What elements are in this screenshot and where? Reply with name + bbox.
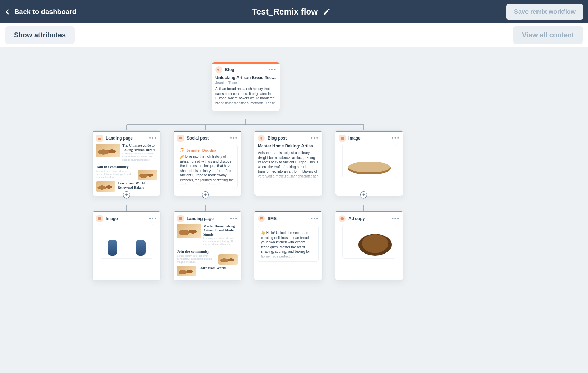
card-body bbox=[335, 144, 403, 186]
sms-text: 👋 Hello! Unlock the secrets to creating … bbox=[261, 231, 316, 259]
lp-footer-headline: Learn from World bbox=[198, 266, 238, 276]
image-icon bbox=[96, 215, 103, 222]
card-more-menu[interactable]: ••• bbox=[311, 217, 319, 220]
card-header: Ad copy ••• bbox=[335, 212, 403, 224]
app-header: Back to dashboard Test_Remix flow Save r… bbox=[0, 0, 588, 23]
node-card[interactable]: Landing page ••• The Ultimate guide to B… bbox=[92, 130, 161, 196]
card-header: Image ••• bbox=[93, 212, 160, 224]
node-card[interactable]: Ad copy ••• bbox=[335, 211, 403, 281]
svg-point-0 bbox=[341, 217, 344, 220]
chat-icon bbox=[177, 135, 184, 142]
card-more-menu[interactable]: ••• bbox=[230, 137, 238, 140]
card-header: Landing page ••• bbox=[93, 132, 160, 144]
card-type: SMS bbox=[268, 216, 277, 221]
card-header: Blog ••• bbox=[212, 64, 280, 75]
workflow-title-wrap: Test_Remix flow bbox=[252, 7, 331, 17]
card-title: Master Home Baking: Artisan Ba… bbox=[258, 144, 319, 149]
node-card[interactable]: Image ••• bbox=[92, 211, 161, 281]
card-header: Landing page ••• bbox=[174, 212, 241, 224]
card-title: Unlocking Artisan Bread Technique… bbox=[215, 75, 276, 80]
card-type: Social post bbox=[187, 136, 209, 141]
pencil-icon bbox=[323, 8, 331, 16]
chevron-left-icon bbox=[6, 9, 11, 15]
back-label: Back to dashboard bbox=[14, 8, 76, 16]
card-more-menu[interactable]: ••• bbox=[149, 217, 157, 220]
card-author: Jeanine Tudor bbox=[215, 81, 276, 85]
lp-footer-headline: Learn from World Renowned Bakers bbox=[118, 181, 157, 192]
node-card[interactable]: SMS ••• 👋 Hello! Unlock the secrets to c… bbox=[254, 211, 323, 281]
card-type: Ad copy bbox=[348, 216, 365, 221]
toolbar: Show attributes View all content bbox=[0, 23, 588, 47]
node-card[interactable]: Image ••• bbox=[335, 130, 403, 196]
node-card[interactable]: Blog post ••• Master Home Baking: Artisa… bbox=[254, 130, 323, 196]
image-preview bbox=[100, 224, 153, 259]
connector-lines bbox=[0, 47, 588, 373]
lp-subhead: Join the community bbox=[177, 249, 238, 254]
ad-icon bbox=[339, 215, 346, 222]
card-type: Blog bbox=[225, 67, 234, 72]
card-body: Master Home Baking: Artisan Bread Made S… bbox=[174, 224, 241, 280]
card-excerpt: Artisan bread has a rich history that da… bbox=[215, 87, 276, 107]
card-more-menu[interactable]: ••• bbox=[392, 217, 400, 220]
image-preview bbox=[342, 224, 396, 259]
back-to-dashboard-link[interactable]: Back to dashboard bbox=[6, 8, 76, 16]
card-body bbox=[335, 224, 403, 266]
image-preview bbox=[342, 144, 396, 178]
canvas[interactable]: + + + Blog ••• Unlocking Artisan Bread T… bbox=[0, 47, 588, 373]
card-body: The Ultimate guide to Baking Artisan Bre… bbox=[93, 144, 160, 196]
thumbnail-image bbox=[177, 266, 196, 276]
thumbnail-image bbox=[96, 144, 120, 157]
sms-preview: 👋 Hello! Unlock the secrets to creating … bbox=[258, 226, 319, 262]
card-body: 👋 Hello! Unlock the secrets to creating … bbox=[254, 226, 322, 266]
show-attributes-button[interactable]: Show attributes bbox=[5, 26, 75, 44]
flow-row-2: Image ••• Landing page ••• Master Home B… bbox=[92, 211, 403, 281]
card-header: SMS ••• bbox=[254, 212, 322, 224]
card-type: Landing page bbox=[106, 136, 133, 141]
workflow-title: Test_Remix flow bbox=[252, 7, 318, 17]
placeholder-text: Lorem ipsum dolor sit amet consectetur a… bbox=[122, 152, 157, 161]
add-node-button[interactable]: + bbox=[202, 191, 209, 198]
card-type: Landing page bbox=[187, 216, 214, 221]
edit-title-button[interactable] bbox=[323, 8, 331, 16]
card-body: Jennifer Doudna 🥖 Dive into the rich his… bbox=[174, 145, 241, 192]
lp-subhead: Join the community bbox=[96, 165, 157, 169]
megaphone-icon bbox=[215, 66, 222, 73]
thumbnail-image bbox=[138, 170, 157, 180]
placeholder-text: Lorem ipsum dolor sit amet consectetur a… bbox=[96, 170, 136, 180]
thumbnail-image bbox=[218, 254, 238, 265]
landing-preview: The Ultimate guide to Baking Artisan Bre… bbox=[96, 144, 157, 192]
placeholder-text: Lorem ipsum dolor sit amet consectetur a… bbox=[203, 237, 238, 246]
card-more-menu[interactable]: ••• bbox=[268, 68, 276, 71]
instagram-icon bbox=[180, 148, 184, 152]
megaphone-icon bbox=[258, 135, 265, 142]
card-body: Master Home Baking: Artisan Ba… Artisan … bbox=[254, 144, 322, 183]
card-more-menu[interactable]: ••• bbox=[311, 137, 319, 140]
flow-row-root: Blog ••• Unlocking Artisan Bread Techniq… bbox=[212, 62, 280, 111]
save-workflow-button[interactable]: Save remix workflow bbox=[506, 4, 583, 20]
card-type: Image bbox=[348, 136, 361, 141]
placeholder-text: Lorem ipsum dolor sit amet consectetur a… bbox=[177, 254, 216, 265]
thumbnail-image bbox=[96, 181, 115, 192]
card-more-menu[interactable]: ••• bbox=[149, 137, 157, 140]
card-header: Social post ••• bbox=[174, 132, 241, 144]
node-card[interactable]: Landing page ••• Master Home Baking: Art… bbox=[173, 211, 242, 281]
card-more-menu[interactable]: ••• bbox=[230, 217, 238, 220]
node-card[interactable]: Blog ••• Unlocking Artisan Bread Techniq… bbox=[212, 62, 280, 111]
card-body: Unlocking Artisan Bread Technique… Jeani… bbox=[212, 75, 280, 111]
view-all-content-button[interactable]: View all content bbox=[513, 26, 583, 44]
landing-preview: Master Home Baking: Artisan Bread Made S… bbox=[177, 224, 238, 276]
card-body bbox=[93, 224, 160, 266]
node-card[interactable]: Social post ••• Jennifer Doudna 🥖 Dive i… bbox=[173, 130, 242, 196]
card-excerpt: Artisan bread is not just a culinary del… bbox=[258, 151, 319, 179]
social-preview: Jennifer Doudna 🥖 Dive into the rich his… bbox=[177, 145, 238, 188]
card-more-menu[interactable]: ••• bbox=[392, 137, 400, 140]
card-type: Blog post bbox=[268, 136, 287, 141]
add-node-button[interactable]: + bbox=[123, 191, 130, 198]
card-header: Image ••• bbox=[335, 132, 403, 144]
add-node-button[interactable]: + bbox=[360, 191, 367, 198]
card-type: Image bbox=[106, 216, 118, 221]
lp-headline: Master Home Baking: Artisan Bread Made S… bbox=[203, 224, 238, 237]
flow-row-1: Landing page ••• The Ultimate guide to B… bbox=[92, 130, 403, 196]
image-icon bbox=[339, 135, 346, 142]
lp-headline: The Ultimate guide to Baking Artisan Bre… bbox=[122, 144, 157, 152]
